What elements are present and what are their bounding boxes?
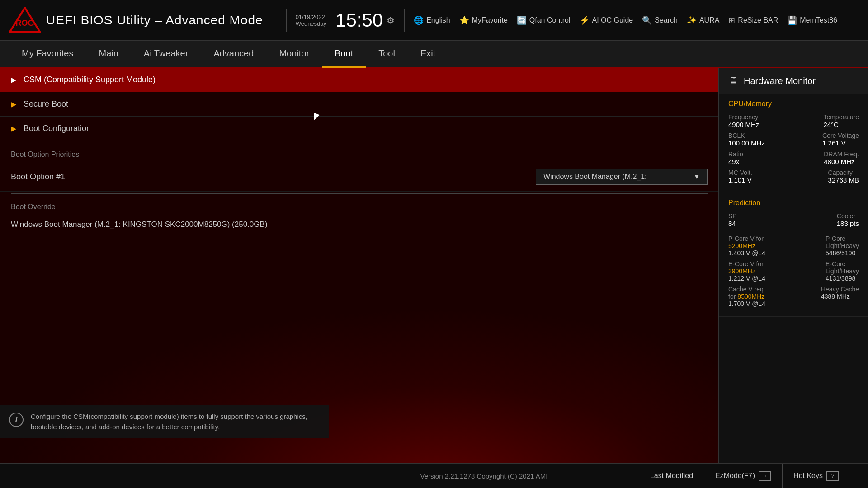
ez-mode-btn[interactable]: EzMode(F7) → — [704, 464, 782, 488]
rog-logo-icon: ROG — [9, 7, 41, 34]
ecore-v-for-label: E-Core V for — [728, 260, 765, 267]
time-display: 15:50 ⚙ — [335, 11, 395, 30]
ecore-light-label: E-Core — [826, 260, 859, 267]
bclk-label: BCLK — [728, 132, 765, 139]
settings-icon[interactable]: ⚙ — [387, 16, 395, 25]
nav-my-favorites[interactable]: My Favorites — [9, 41, 86, 68]
ecore-freq: 3900MHz — [728, 267, 765, 275]
toolbar-myfavorite[interactable]: ⭐ MyFavorite — [459, 15, 508, 25]
hot-keys-label: Hot Keys — [793, 472, 823, 480]
arrow-icon: ▶ — [11, 100, 16, 108]
nav-main[interactable]: Main — [86, 41, 131, 68]
section-secure-boot-label: Secure Boot — [24, 99, 68, 109]
cache-freq: 8500MHz — [737, 293, 764, 300]
toolbar-resizebar[interactable]: ⊞ ReSize BAR — [728, 15, 778, 25]
nav-monitor[interactable]: Monitor — [266, 41, 322, 68]
boot-override-section: Boot Override Windows Boot Manager (M.2_… — [0, 196, 718, 236]
footer-right: Last Modified EzMode(F7) → Hot Keys ? — [639, 464, 850, 488]
section-secure-boot[interactable]: ▶ Secure Boot — [0, 92, 718, 117]
ratio-value: 49x — [728, 158, 743, 165]
left-panel: ▶ CSM (Compatibility Support Module) ▶ S… — [0, 68, 719, 463]
toolbar-language-label: English — [426, 16, 450, 24]
prediction-divider — [728, 231, 859, 231]
toolbar-qfan[interactable]: 🔄 Qfan Control — [517, 15, 571, 25]
main-content: ▶ CSM (Compatibility Support Module) ▶ S… — [0, 68, 868, 463]
nav-advanced[interactable]: Advanced — [201, 41, 266, 68]
cooler-value: 183 pts — [837, 220, 859, 227]
section-csm[interactable]: ▶ CSM (Compatibility Support Module) — [0, 68, 718, 92]
section-boot-config[interactable]: ▶ Boot Configuration — [0, 117, 718, 141]
toolbar-search[interactable]: 🔍 Search — [642, 15, 678, 25]
cache-row: Cache V req for 8500MHz 1.700 V @L4 Heav… — [728, 286, 859, 307]
logo-area: ROG UEFI BIOS Utility – Advanced Mode — [9, 7, 263, 34]
capacity-value: 32768 MB — [828, 176, 859, 184]
ecore-v-l4: 1.212 V @L4 — [728, 275, 765, 282]
header-separator — [286, 9, 287, 32]
nav-tool[interactable]: Tool — [366, 41, 408, 68]
ratio-label: Ratio — [728, 150, 743, 158]
heavy-cache-value: 4388 MHz — [821, 293, 859, 300]
capacity-label: Capacity — [828, 169, 859, 176]
boot-override-label: Boot Override — [11, 197, 708, 215]
memtest-icon: 💾 — [787, 15, 797, 25]
nav-exit[interactable]: Exit — [408, 41, 448, 68]
hot-keys-icon: ? — [826, 471, 839, 481]
oc-icon: ⚡ — [580, 15, 590, 25]
boot-option-1-dropdown[interactable]: Windows Boot Manager (M.2_1: ▼ — [536, 169, 708, 185]
toolbar-memtest-label: MemTest86 — [800, 16, 837, 24]
globe-icon: 🌐 — [414, 15, 424, 25]
boot-options-label: Boot Option Priorities — [0, 145, 718, 162]
core-voltage-label: Core Voltage — [822, 132, 859, 139]
resize-icon: ⊞ — [728, 15, 735, 25]
aura-icon: ✨ — [687, 15, 697, 25]
ratio-row: Ratio 49x DRAM Freq. 4800 MHz — [728, 150, 859, 165]
toolbar-aioc[interactable]: ⚡ AI OC Guide — [580, 15, 633, 25]
toolbar-language[interactable]: 🌐 English — [414, 15, 450, 25]
datetime-block: 01/19/2022 Wednesday — [296, 14, 326, 27]
toolbar-aura-label: AURA — [699, 16, 719, 24]
time-separator — [404, 9, 405, 32]
frequency-value: 4900 MHz — [728, 121, 759, 128]
search-icon: 🔍 — [642, 15, 652, 25]
monitor-icon: 🖥 — [728, 75, 738, 87]
boot-override-item[interactable]: Windows Boot Manager (M.2_1: KINGSTON SK… — [11, 215, 708, 235]
mc-volt-row: MC Volt. 1.101 V Capacity 32768 MB — [728, 169, 859, 184]
navbar: My Favorites Main Ai Tweaker Advanced Mo… — [0, 41, 868, 68]
chevron-down-icon: ▼ — [693, 173, 700, 180]
toolbar-aura[interactable]: ✨ AURA — [687, 15, 719, 25]
pcore-v-l4: 1.403 V @L4 — [728, 249, 765, 257]
core-voltage-value: 1.261 V — [822, 139, 859, 147]
cache-for-label: for — [728, 293, 736, 300]
ez-mode-label: EzMode(F7) — [715, 472, 755, 480]
pcore-freq: 5200MHz — [728, 242, 765, 249]
nav-ai-tweaker[interactable]: Ai Tweaker — [131, 41, 201, 68]
boot-option-1-label: Boot Option #1 — [11, 172, 536, 182]
footer: Version 2.21.1278 Copyright (C) 2021 AMI… — [0, 463, 868, 488]
section-boot-config-label: Boot Configuration — [24, 124, 91, 133]
toolbar-memtest[interactable]: 💾 MemTest86 — [787, 15, 837, 25]
mc-volt-label: MC Volt. — [728, 169, 752, 176]
section-csm-label: CSM (Compatibility Support Module) — [24, 75, 156, 84]
frequency-row: Frequency 4900 MHz Temperature 24°C — [728, 113, 859, 128]
prediction-section: Prediction SP 84 Cooler 183 pts P-Core V… — [719, 193, 868, 317]
header: ROG UEFI BIOS Utility – Advanced Mode 01… — [0, 0, 868, 41]
boot-option-1-value: Windows Boot Manager (M.2_1: — [543, 173, 647, 181]
date-line2: Wednesday — [296, 20, 326, 27]
toolbar-search-label: Search — [655, 16, 678, 24]
star-icon: ⭐ — [459, 15, 469, 25]
pcore-light-label: P-Core — [826, 235, 859, 242]
temperature-value: 24°C — [823, 121, 859, 128]
bclk-value: 100.00 MHz — [728, 139, 765, 147]
cache-v-req-label: Cache V req — [728, 286, 765, 293]
toolbar-myfavorite-label: MyFavorite — [472, 16, 508, 24]
toolbar-aioc-label: AI OC Guide — [592, 16, 633, 24]
time-value: 15:50 — [335, 11, 383, 30]
bios-title: UEFI BIOS Utility – Advanced Mode — [46, 13, 263, 28]
date-line1: 01/19/2022 — [296, 14, 326, 20]
nav-boot[interactable]: Boot — [322, 41, 366, 68]
footer-version: Version 2.21.1278 Copyright (C) 2021 AMI — [329, 472, 639, 480]
last-modified-btn[interactable]: Last Modified — [639, 464, 704, 488]
ecore-row: E-Core V for 3900MHz 1.212 V @L4 E-Core … — [728, 260, 859, 282]
pcore-light-heavy: 5486/5190 — [826, 249, 859, 257]
hot-keys-btn[interactable]: Hot Keys ? — [782, 464, 850, 488]
